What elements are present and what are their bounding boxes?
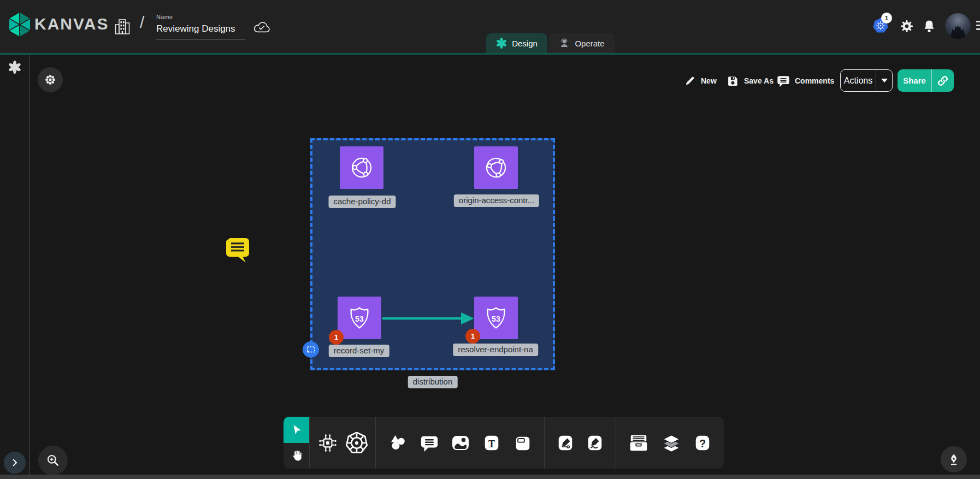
app-header: KANVAS / Name bbox=[0, 0, 980, 55]
edge-record-to-resolver[interactable] bbox=[381, 311, 475, 326]
pen-mode-button[interactable] bbox=[941, 446, 967, 472]
help-tool-button[interactable]: ? bbox=[693, 434, 712, 452]
left-sidebar bbox=[0, 55, 30, 475]
dock-select-column bbox=[284, 417, 309, 469]
operate-person-icon bbox=[559, 38, 570, 49]
design-name-field: Name bbox=[156, 14, 245, 39]
dock-group-components bbox=[309, 417, 375, 469]
node-label[interactable]: record-set-my bbox=[329, 345, 389, 357]
link-icon bbox=[937, 75, 949, 87]
comment-tool-button[interactable] bbox=[420, 434, 439, 452]
kanvas-logo-icon[interactable] bbox=[7, 11, 32, 38]
magnifier-plus-icon bbox=[46, 453, 60, 468]
new-button[interactable]: New bbox=[684, 72, 717, 90]
tool-dock: T bbox=[284, 417, 724, 469]
comments-label: Comments bbox=[795, 76, 834, 85]
settings-button[interactable] bbox=[899, 19, 914, 34]
node-origin-access-control[interactable] bbox=[474, 146, 518, 189]
hand-icon bbox=[290, 449, 303, 462]
hamburger-menu-icon[interactable] bbox=[976, 21, 980, 32]
avatar[interactable] bbox=[945, 13, 971, 39]
comment-marker-icon[interactable] bbox=[225, 236, 250, 263]
actions-button[interactable]: Actions bbox=[840, 69, 893, 92]
breadcrumb-slash: / bbox=[140, 13, 144, 32]
comments-button[interactable]: Comments bbox=[777, 72, 834, 90]
cloudfront-globe-icon bbox=[480, 151, 513, 185]
floppy-disk-icon bbox=[727, 75, 739, 87]
drawer-tool-button[interactable] bbox=[628, 433, 649, 453]
image-icon bbox=[451, 433, 470, 453]
text-icon: T bbox=[482, 434, 501, 452]
node-record-set[interactable]: 53 bbox=[338, 297, 381, 339]
tab-operate-label: Operate bbox=[575, 39, 604, 48]
mesh-components-tool-button[interactable] bbox=[317, 433, 338, 453]
route53-shield-icon: 53 bbox=[482, 304, 510, 332]
kubernetes-components-tool-button[interactable] bbox=[346, 432, 368, 454]
text-tool-button[interactable]: T bbox=[482, 434, 501, 452]
design-name-input[interactable] bbox=[156, 22, 245, 39]
tab-design[interactable]: Design bbox=[486, 33, 547, 53]
dock-group-drawing bbox=[544, 417, 616, 469]
node-label[interactable]: resolver-endpoint-na bbox=[453, 344, 538, 356]
issue-count-badge[interactable]: 1 bbox=[465, 329, 480, 344]
freehand-pencil-icon bbox=[586, 434, 604, 452]
notifications-button[interactable] bbox=[922, 19, 936, 34]
issue-count-badge[interactable]: 1 bbox=[329, 330, 344, 345]
kubernetes-context-button[interactable]: 1 bbox=[872, 17, 889, 34]
chevron-right-icon bbox=[10, 458, 20, 468]
copy-link-button[interactable] bbox=[932, 75, 954, 87]
new-label: New bbox=[701, 76, 717, 85]
freehand-draw-tool-button[interactable] bbox=[586, 434, 604, 452]
expand-sidebar-button[interactable] bbox=[4, 452, 26, 474]
pen-nib-icon bbox=[947, 453, 960, 466]
shapes-icon bbox=[388, 433, 408, 453]
layers-icon bbox=[661, 433, 682, 453]
frame-tool-button[interactable] bbox=[513, 434, 532, 452]
cloudfront-globe-icon bbox=[348, 154, 375, 181]
svg-text:T: T bbox=[488, 438, 495, 449]
frame-icon bbox=[513, 434, 532, 452]
shapes-tool-button[interactable] bbox=[388, 433, 408, 453]
select-tool-button[interactable] bbox=[284, 417, 309, 443]
kanvas-app: KANVAS / Name bbox=[0, 0, 980, 479]
save-as-button[interactable]: Save As bbox=[727, 72, 774, 90]
caret-down-icon bbox=[881, 79, 888, 82]
dashed-rect-icon bbox=[306, 346, 316, 353]
dock-group-library: ? bbox=[616, 417, 724, 469]
help-icon: ? bbox=[693, 434, 712, 452]
share-label: Share bbox=[898, 76, 931, 85]
zoom-in-button[interactable] bbox=[38, 446, 68, 475]
svg-text:?: ? bbox=[699, 437, 706, 449]
organization-icon[interactable] bbox=[114, 17, 131, 37]
circuit-chip-icon bbox=[317, 433, 338, 453]
svg-text:53: 53 bbox=[355, 315, 364, 323]
avatar-silhouette bbox=[945, 13, 971, 39]
node-label[interactable]: origin-access-contr... bbox=[454, 194, 539, 207]
tab-design-label: Design bbox=[512, 39, 538, 48]
share-button[interactable]: Share bbox=[898, 69, 954, 92]
tab-operate[interactable]: Operate bbox=[549, 33, 615, 53]
pen-tool-button[interactable] bbox=[556, 434, 575, 452]
pan-tool-button[interactable] bbox=[284, 443, 309, 469]
group-label[interactable]: distribution bbox=[408, 376, 458, 388]
gear-icon bbox=[900, 19, 914, 33]
node-label[interactable]: cache-policy-dd bbox=[328, 196, 395, 208]
comment-bubble-icon bbox=[420, 434, 439, 452]
actions-dropdown-toggle[interactable] bbox=[876, 79, 892, 82]
image-tool-button[interactable] bbox=[451, 433, 470, 453]
canvas-quick-menu-button[interactable] bbox=[38, 67, 63, 92]
design-swirl-icon bbox=[496, 38, 507, 49]
layers-tool-button[interactable] bbox=[661, 433, 682, 453]
actions-label: Actions bbox=[841, 76, 876, 86]
window-bottom-strip bbox=[0, 475, 980, 479]
cursor-arrow-icon bbox=[291, 424, 303, 436]
design-name-label: Name bbox=[156, 14, 245, 20]
node-cache-policy[interactable] bbox=[340, 146, 383, 189]
node-resolver-endpoint[interactable]: 53 bbox=[474, 297, 518, 339]
meshery-swirl-icon[interactable] bbox=[8, 61, 21, 74]
svg-text:53: 53 bbox=[492, 315, 500, 323]
mode-tabs: Design Operate bbox=[486, 33, 615, 53]
pen-path-icon bbox=[556, 434, 575, 452]
save-as-label: Save As bbox=[744, 76, 774, 85]
group-select-handle[interactable] bbox=[303, 341, 319, 358]
